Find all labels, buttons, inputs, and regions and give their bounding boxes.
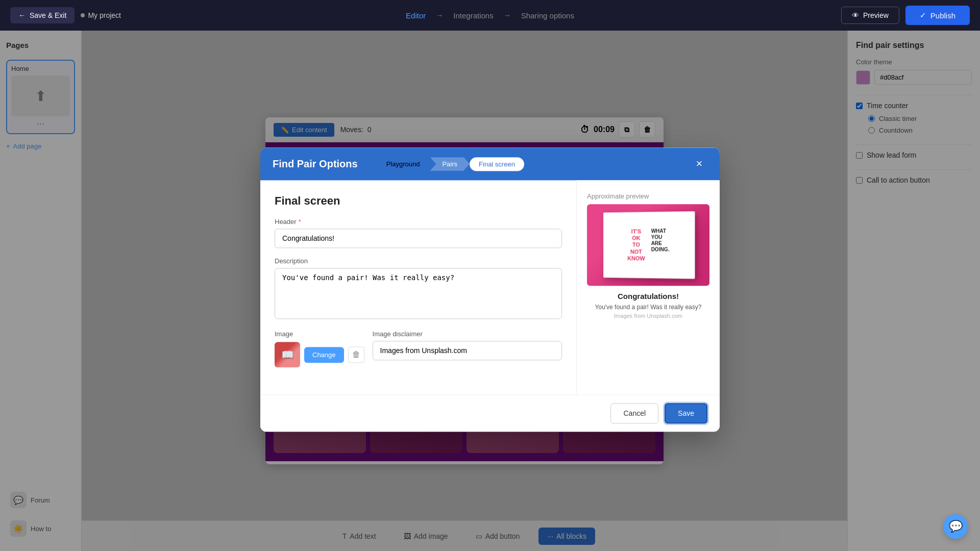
save-button[interactable]: Save: [665, 403, 707, 423]
preview-book-visual: IT'SOKTONOTKNOW WHATYOUAREDOING.: [603, 211, 695, 279]
header-form-group: Header *: [275, 218, 562, 248]
nav-arrow-1: →: [436, 11, 443, 19]
modal-footer: Cancel Save: [260, 394, 720, 432]
preview-congrats: Congratulations!: [587, 292, 709, 300]
preview-label: Approximate preview: [587, 192, 709, 200]
image-group: Image 📖 Change 🗑: [275, 330, 364, 367]
nav-step-integrations[interactable]: Integrations: [453, 11, 493, 20]
change-image-button[interactable]: Change: [304, 347, 344, 363]
header-input[interactable]: [275, 229, 562, 248]
image-actions: Change 🗑: [304, 346, 364, 363]
preview-disclaimer: Images from Unsplash.com: [587, 313, 709, 319]
description-textarea[interactable]: You've found a pair! Was it really easy?: [275, 268, 562, 319]
modal-steps: Playground Pairs Final screen: [378, 157, 524, 171]
nav-step-sharing[interactable]: Sharing options: [521, 11, 574, 20]
step-pairs[interactable]: Pairs: [430, 157, 470, 171]
disclaimer-label: Image disclaimer: [373, 330, 562, 338]
image-row: Image 📖 Change 🗑 Image disclaimer: [275, 330, 562, 367]
check-icon: ✓: [920, 11, 926, 20]
image-label: Image: [275, 330, 364, 338]
preview-book-text-right: WHATYOUAREDOING.: [651, 228, 670, 253]
disclaimer-group: Image disclaimer: [373, 330, 562, 360]
cancel-button[interactable]: Cancel: [610, 403, 658, 423]
modal-form: Final screen Header * Description You've…: [260, 180, 577, 394]
publish-button[interactable]: ✓ Publish: [905, 6, 970, 25]
modal-preview: Approximate preview IT'SOKTONOTKNOW WHAT…: [577, 180, 720, 394]
modal-header: Find Pair Options Playground Pairs Final…: [260, 147, 720, 180]
disclaimer-input[interactable]: [373, 341, 562, 360]
modal-section-title: Final screen: [275, 194, 562, 208]
step-final-screen[interactable]: Final screen: [470, 157, 524, 171]
step-playground[interactable]: Playground: [378, 157, 430, 171]
preview-book-text-left: IT'SOKTONOTKNOW: [627, 228, 645, 262]
arrow-left-icon: ←: [18, 11, 26, 19]
project-name: My project: [81, 11, 121, 19]
delete-image-button[interactable]: 🗑: [348, 346, 364, 363]
nav-arrow-2: →: [504, 11, 511, 19]
navbar: ← Save & Exit My project Editor → Integr…: [0, 0, 980, 31]
nav-step-editor[interactable]: Editor: [406, 11, 426, 20]
save-exit-button[interactable]: ← Save & Exit: [10, 7, 75, 23]
modal-close-button[interactable]: ×: [691, 156, 707, 172]
header-label: Header *: [275, 218, 562, 226]
preview-desc: You've found a pair! Was it really easy?: [587, 304, 709, 311]
preview-button[interactable]: 👁 Preview: [841, 7, 899, 24]
preview-image-box: IT'SOKTONOTKNOW WHATYOUAREDOING.: [587, 204, 709, 286]
image-preview-inner: 📖: [275, 342, 300, 367]
modal-title: Find Pair Options: [273, 158, 358, 170]
image-preview: 📖: [275, 342, 300, 367]
navbar-left: ← Save & Exit My project: [10, 7, 121, 23]
book-cols: IT'SOKTONOTKNOW WHATYOUAREDOING.: [627, 228, 669, 262]
navbar-steps: Editor → Integrations → Sharing options: [406, 11, 574, 20]
description-form-group: Description You've found a pair! Was it …: [275, 257, 562, 321]
chat-fab-button[interactable]: 💬: [943, 514, 968, 539]
modal-body: Final screen Header * Description You've…: [260, 180, 720, 394]
navbar-right: 👁 Preview ✓ Publish: [841, 6, 970, 25]
eye-icon: 👁: [852, 11, 859, 19]
required-star: *: [299, 218, 301, 226]
chat-fab-icon: 💬: [949, 520, 963, 533]
description-label: Description: [275, 257, 562, 265]
find-pair-modal: Find Pair Options Playground Pairs Final…: [260, 147, 720, 432]
project-dot-icon: [81, 13, 85, 17]
